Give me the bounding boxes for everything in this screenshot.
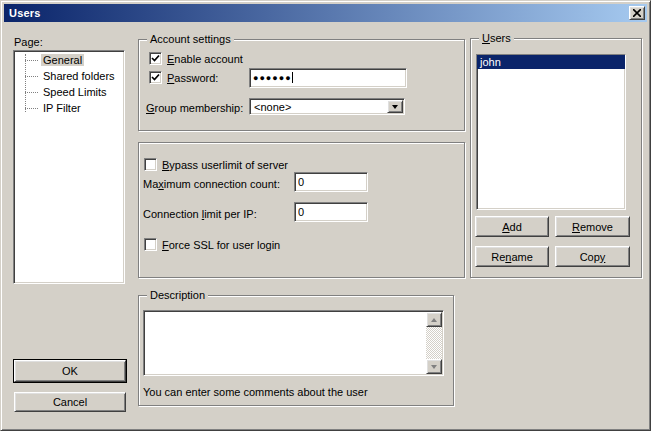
window-title: Users [4,7,41,19]
description-scrollbar[interactable] [426,312,442,374]
password-label: Password: [167,72,218,84]
tree-item-label: General [41,54,84,66]
connection-limit-per-ip-input[interactable] [294,202,368,222]
users-listbox[interactable]: john [476,54,626,210]
tree-item-speed-limits[interactable]: Speed Limits [15,84,123,100]
account-settings-title: Account settings [147,33,234,45]
users-group-title: Users [479,32,514,44]
users-dialog: Users Page: General Shared folders Speed… [0,0,651,431]
close-icon [633,9,641,17]
force-ssl-label: Force SSL for user login [162,239,280,251]
rename-button[interactable]: Rename [475,246,549,267]
page-tree-inner: General Shared folders Speed Limits IP F… [15,52,123,282]
page-label: Page: [14,36,43,48]
group-membership-label: Group membership: [146,102,243,114]
group-membership-select[interactable]: <none> [249,98,405,115]
tree-item-label: IP Filter [41,102,83,114]
user-list-item[interactable]: john [477,55,625,69]
ok-button[interactable]: OK [14,360,126,382]
page-tree: General Shared folders Speed Limits IP F… [13,50,125,284]
description-hint: You can enter some comments about the us… [143,386,368,398]
tree-item-shared-folders[interactable]: Shared folders [15,68,123,84]
text-caret [292,72,293,83]
enable-account-label: Enable account [167,53,243,65]
tree-item-label: Shared folders [41,70,117,82]
force-ssl-checkbox[interactable] [144,238,157,251]
password-checkbox[interactable] [149,71,162,84]
user-name: john [480,56,501,68]
password-input[interactable]: ●●●●●● [249,68,407,88]
checkmark-icon [151,54,160,63]
group-membership-value: <none> [254,101,291,113]
password-row: Password: [149,71,218,84]
connection-limit-per-ip-label: Connection limit per IP: [143,208,257,220]
checkmark-icon [151,73,160,82]
group-membership-dropdown-button[interactable] [387,100,403,113]
scroll-down-button[interactable] [426,359,442,374]
max-connection-count-input[interactable] [294,172,368,192]
arrow-down-icon [431,365,437,372]
enable-account-checkbox[interactable] [149,52,162,65]
bypass-userlimit-label: Bypass userlimit of server [162,159,288,171]
add-button[interactable]: Add [475,216,549,237]
titlebar[interactable]: Users [4,4,647,22]
tree-item-label: Speed Limits [41,86,109,98]
enable-account-row: Enable account [149,52,243,65]
description-textbox [143,310,444,376]
bypass-userlimit-checkbox[interactable] [144,158,157,171]
chevron-down-icon [392,105,398,112]
arrow-up-icon [431,315,437,322]
copy-button[interactable]: Copy [555,246,630,267]
description-input[interactable] [145,312,426,374]
max-connection-count-label: Maximum connection count: [143,178,280,190]
close-button[interactable] [629,6,645,20]
cancel-button[interactable]: Cancel [14,392,126,412]
tree-item-general[interactable]: General [15,52,123,68]
scroll-up-button[interactable] [426,312,442,327]
password-masked-value: ●●●●●● [253,73,292,83]
description-title: Description [147,289,208,301]
tree-item-ip-filter[interactable]: IP Filter [15,100,123,116]
remove-button[interactable]: Remove [555,216,630,237]
bypass-userlimit-row: Bypass userlimit of server [144,158,288,171]
force-ssl-row: Force SSL for user login [144,238,280,251]
